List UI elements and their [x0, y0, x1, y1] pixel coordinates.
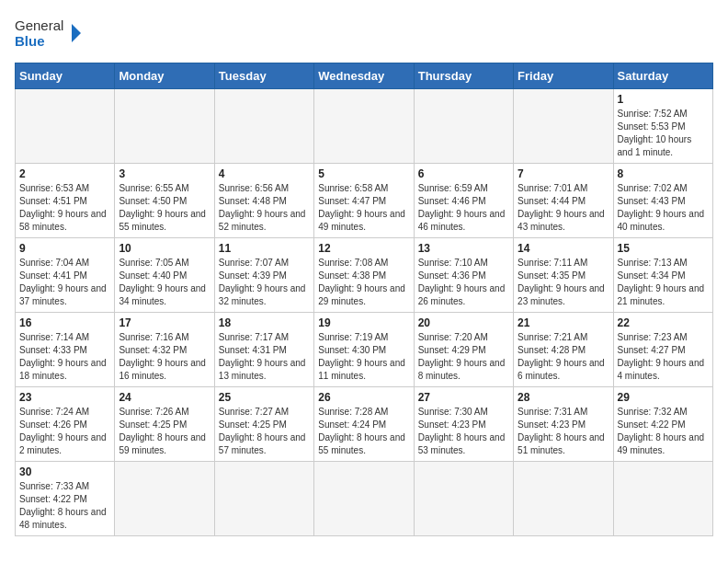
day-info: Sunrise: 7:07 AMSunset: 4:39 PMDaylight:… [219, 257, 310, 308]
calendar-day-cell: 20Sunrise: 7:20 AMSunset: 4:29 PMDayligh… [414, 313, 513, 387]
day-info: Sunrise: 7:27 AMSunset: 4:25 PMDaylight:… [219, 406, 310, 457]
calendar-day-cell [115, 89, 214, 164]
day-info: Sunrise: 7:20 AMSunset: 4:29 PMDaylight:… [418, 331, 509, 383]
calendar-day-cell: 21Sunrise: 7:21 AMSunset: 4:28 PMDayligh… [514, 313, 613, 387]
day-info: Sunrise: 7:10 AMSunset: 4:36 PMDaylight:… [418, 257, 509, 308]
day-info: Sunrise: 7:01 AMSunset: 4:44 PMDaylight:… [518, 182, 609, 234]
calendar-day-cell: 5Sunrise: 6:58 AMSunset: 4:47 PMDaylight… [314, 164, 414, 238]
calendar-day-cell: 19Sunrise: 7:19 AMSunset: 4:30 PMDayligh… [314, 313, 414, 387]
day-info: Sunrise: 7:02 AMSunset: 4:43 PMDaylight:… [618, 182, 709, 234]
calendar-day-cell [214, 89, 313, 164]
calendar-day-cell: 10Sunrise: 7:05 AMSunset: 4:40 PMDayligh… [115, 238, 214, 313]
calendar-day-cell: 4Sunrise: 6:56 AMSunset: 4:48 PMDaylight… [214, 164, 313, 238]
calendar-day-cell: 27Sunrise: 7:30 AMSunset: 4:23 PMDayligh… [414, 387, 513, 462]
calendar-day-cell: 18Sunrise: 7:17 AMSunset: 4:31 PMDayligh… [214, 313, 313, 387]
calendar-day-cell: 24Sunrise: 7:26 AMSunset: 4:25 PMDayligh… [115, 387, 214, 462]
weekday-header-sunday: Sunday [16, 63, 115, 89]
day-info: Sunrise: 6:58 AMSunset: 4:47 PMDaylight:… [318, 182, 409, 234]
logo: GeneralBlue [15, 15, 88, 52]
calendar-day-cell [514, 462, 613, 536]
day-info: Sunrise: 7:21 AMSunset: 4:28 PMDaylight:… [518, 331, 609, 383]
calendar-table: SundayMondayTuesdayWednesdayThursdayFrid… [15, 63, 713, 536]
day-number: 10 [119, 242, 210, 255]
calendar-day-cell [314, 462, 414, 536]
weekday-header-saturday: Saturday [613, 63, 712, 89]
day-info: Sunrise: 7:30 AMSunset: 4:23 PMDaylight:… [418, 406, 509, 457]
day-number: 28 [518, 391, 609, 404]
day-info: Sunrise: 7:17 AMSunset: 4:31 PMDaylight:… [219, 331, 310, 383]
day-number: 18 [219, 316, 310, 329]
calendar-day-cell: 13Sunrise: 7:10 AMSunset: 4:36 PMDayligh… [414, 238, 513, 313]
day-number: 3 [119, 167, 210, 180]
day-number: 6 [418, 167, 509, 180]
calendar-day-cell: 22Sunrise: 7:23 AMSunset: 4:27 PMDayligh… [613, 313, 712, 387]
day-info: Sunrise: 7:11 AMSunset: 4:35 PMDaylight:… [518, 257, 609, 308]
day-info: Sunrise: 6:59 AMSunset: 4:46 PMDaylight:… [418, 182, 509, 234]
day-number: 2 [19, 167, 110, 180]
calendar-day-cell [414, 89, 513, 164]
calendar-day-cell: 25Sunrise: 7:27 AMSunset: 4:25 PMDayligh… [214, 387, 313, 462]
day-number: 20 [418, 316, 509, 329]
calendar-day-cell [214, 462, 313, 536]
calendar-week-row: 30Sunrise: 7:33 AMSunset: 4:22 PMDayligh… [16, 462, 713, 536]
day-number: 22 [618, 316, 709, 329]
weekday-header-friday: Friday [514, 63, 613, 89]
calendar-day-cell: 7Sunrise: 7:01 AMSunset: 4:44 PMDaylight… [514, 164, 613, 238]
day-number: 12 [318, 242, 409, 255]
calendar-day-cell: 28Sunrise: 7:31 AMSunset: 4:23 PMDayligh… [514, 387, 613, 462]
logo-svg: GeneralBlue [15, 15, 88, 52]
calendar-day-cell: 1Sunrise: 7:52 AMSunset: 5:53 PMDaylight… [613, 89, 712, 164]
day-number: 25 [219, 391, 310, 404]
day-info: Sunrise: 7:05 AMSunset: 4:40 PMDaylight:… [119, 257, 210, 308]
calendar-day-cell: 8Sunrise: 7:02 AMSunset: 4:43 PMDaylight… [613, 164, 712, 238]
day-number: 9 [19, 242, 110, 255]
weekday-header-monday: Monday [115, 63, 214, 89]
day-info: Sunrise: 6:56 AMSunset: 4:48 PMDaylight:… [219, 182, 310, 234]
calendar-day-cell: 16Sunrise: 7:14 AMSunset: 4:33 PMDayligh… [16, 313, 115, 387]
day-number: 11 [219, 242, 310, 255]
weekday-header-tuesday: Tuesday [214, 63, 313, 89]
day-info: Sunrise: 6:53 AMSunset: 4:51 PMDaylight:… [19, 182, 110, 234]
day-number: 13 [418, 242, 509, 255]
day-info: Sunrise: 7:14 AMSunset: 4:33 PMDaylight:… [19, 331, 110, 383]
day-info: Sunrise: 7:16 AMSunset: 4:32 PMDaylight:… [119, 331, 210, 383]
day-info: Sunrise: 7:33 AMSunset: 4:22 PMDaylight:… [19, 480, 110, 532]
day-info: Sunrise: 7:26 AMSunset: 4:25 PMDaylight:… [119, 406, 210, 457]
calendar-day-cell: 9Sunrise: 7:04 AMSunset: 4:41 PMDaylight… [16, 238, 115, 313]
day-number: 19 [318, 316, 409, 329]
day-number: 4 [219, 167, 310, 180]
svg-text:General: General [15, 17, 63, 33]
day-info: Sunrise: 6:55 AMSunset: 4:50 PMDaylight:… [119, 182, 210, 234]
weekday-header-thursday: Thursday [414, 63, 513, 89]
calendar-week-row: 2Sunrise: 6:53 AMSunset: 4:51 PMDaylight… [16, 164, 713, 238]
day-info: Sunrise: 7:19 AMSunset: 4:30 PMDaylight:… [318, 331, 409, 383]
day-info: Sunrise: 7:04 AMSunset: 4:41 PMDaylight:… [19, 257, 110, 308]
calendar-day-cell: 17Sunrise: 7:16 AMSunset: 4:32 PMDayligh… [115, 313, 214, 387]
calendar-day-cell [613, 462, 712, 536]
calendar-day-cell: 15Sunrise: 7:13 AMSunset: 4:34 PMDayligh… [613, 238, 712, 313]
day-number: 30 [19, 465, 110, 478]
day-number: 24 [119, 391, 210, 404]
day-number: 26 [318, 391, 409, 404]
calendar-day-cell [16, 89, 115, 164]
day-number: 15 [618, 242, 709, 255]
calendar-day-cell [115, 462, 214, 536]
day-number: 27 [418, 391, 509, 404]
calendar-week-row: 16Sunrise: 7:14 AMSunset: 4:33 PMDayligh… [16, 313, 713, 387]
calendar-day-cell [314, 89, 414, 164]
day-number: 29 [618, 391, 709, 404]
calendar-day-cell: 12Sunrise: 7:08 AMSunset: 4:38 PMDayligh… [314, 238, 414, 313]
day-number: 14 [518, 242, 609, 255]
weekday-header-row: SundayMondayTuesdayWednesdayThursdayFrid… [16, 63, 713, 89]
calendar-day-cell: 23Sunrise: 7:24 AMSunset: 4:26 PMDayligh… [16, 387, 115, 462]
calendar-day-cell [514, 89, 613, 164]
day-number: 21 [518, 316, 609, 329]
day-number: 5 [318, 167, 409, 180]
day-info: Sunrise: 7:32 AMSunset: 4:22 PMDaylight:… [618, 406, 709, 457]
day-number: 1 [618, 93, 709, 106]
day-info: Sunrise: 7:28 AMSunset: 4:24 PMDaylight:… [318, 406, 409, 457]
calendar-day-cell: 11Sunrise: 7:07 AMSunset: 4:39 PMDayligh… [214, 238, 313, 313]
calendar-week-row: 9Sunrise: 7:04 AMSunset: 4:41 PMDaylight… [16, 238, 713, 313]
calendar-day-cell: 6Sunrise: 6:59 AMSunset: 4:46 PMDaylight… [414, 164, 513, 238]
day-info: Sunrise: 7:08 AMSunset: 4:38 PMDaylight:… [318, 257, 409, 308]
